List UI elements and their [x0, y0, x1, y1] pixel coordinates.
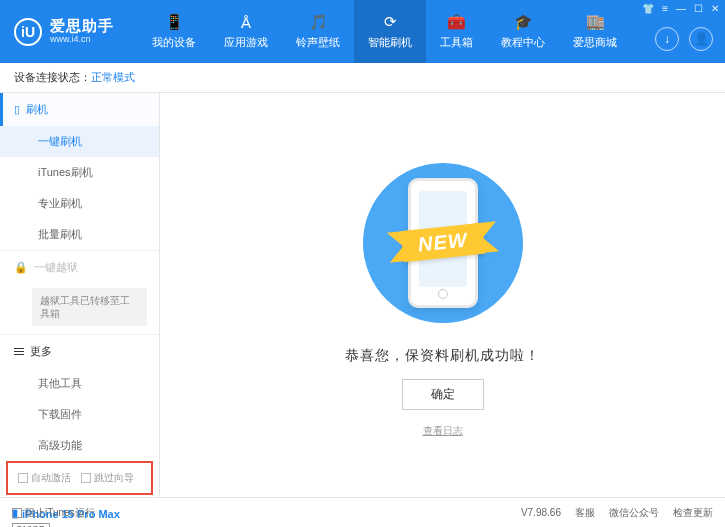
sidebar-item-batch-flash[interactable]: 批量刷机 [0, 219, 159, 250]
checkbox-label: 跳过向导 [94, 471, 134, 485]
checkbox-label: 阻止iTunes运行 [25, 506, 95, 520]
nav-store[interactable]: 🏬爱思商城 [559, 0, 631, 63]
nav-label: 爱思商城 [573, 35, 617, 50]
user-button[interactable]: 👤 [689, 27, 713, 51]
jailbreak-moved-note: 越狱工具已转移至工具箱 [32, 288, 147, 326]
sidebar-item-advanced[interactable]: 高级功能 [0, 430, 159, 461]
status-value: 正常模式 [91, 70, 135, 85]
flash-icon: ⟳ [381, 13, 399, 31]
sidebar-item-other-tools[interactable]: 其他工具 [0, 368, 159, 399]
app-url: www.i4.cn [50, 35, 114, 45]
main-content: NEW 恭喜您，保资料刷机成功啦！ 确定 查看日志 [160, 93, 725, 497]
nav-ringtones[interactable]: 🎵铃声壁纸 [282, 0, 354, 63]
window-controls: 👕 ≡ — ☐ ✕ [642, 3, 719, 14]
app-title: 爱思助手 [50, 18, 114, 35]
block-itunes-checkbox[interactable]: 阻止iTunes运行 [12, 506, 95, 520]
close-button[interactable]: ✕ [711, 3, 719, 14]
sidebar-section-more[interactable]: 更多 [0, 335, 159, 368]
logo: iU 爱思助手 www.i4.cn [0, 18, 128, 46]
nav-label: 工具箱 [440, 35, 473, 50]
sidebar-header-label: 刷机 [26, 102, 48, 117]
sidebar-header-label: 一键越狱 [34, 260, 78, 275]
phone-icon: ▯ [14, 103, 20, 116]
main-nav: 📱我的设备 Å应用游戏 🎵铃声壁纸 ⟳智能刷机 🧰工具箱 🎓教程中心 🏬爱思商城 [138, 0, 631, 63]
sidebar-item-itunes-flash[interactable]: iTunes刷机 [0, 157, 159, 188]
device-icon: 📱 [165, 13, 183, 31]
nav-label: 教程中心 [501, 35, 545, 50]
success-illustration: NEW [353, 153, 533, 333]
sidebar-section-jailbreak: 🔒 一键越狱 [0, 251, 159, 284]
menu-button[interactable]: ≡ [662, 3, 668, 14]
toolbox-icon: 🧰 [448, 13, 466, 31]
status-label: 设备连接状态： [14, 70, 91, 85]
maximize-button[interactable]: ☐ [694, 3, 703, 14]
sidebar-header-label: 更多 [30, 344, 52, 359]
sidebar-item-oneclick-flash[interactable]: 一键刷机 [0, 126, 159, 157]
logo-icon: iU [14, 18, 42, 46]
ok-button[interactable]: 确定 [402, 379, 484, 410]
nav-label: 铃声壁纸 [296, 35, 340, 50]
apps-icon: Å [237, 13, 255, 31]
checkbox-label: 自动激活 [31, 471, 71, 485]
ringtone-icon: 🎵 [309, 13, 327, 31]
download-button[interactable]: ↓ [655, 27, 679, 51]
check-update-link[interactable]: 检查更新 [673, 506, 713, 520]
auto-activate-checkbox[interactable]: 自动激活 [18, 471, 71, 485]
view-log-link[interactable]: 查看日志 [423, 424, 463, 438]
wechat-link[interactable]: 微信公众号 [609, 506, 659, 520]
header-actions: ↓ 👤 [655, 27, 713, 51]
nav-toolbox[interactable]: 🧰工具箱 [426, 0, 487, 63]
nav-tutorials[interactable]: 🎓教程中心 [487, 0, 559, 63]
store-icon: 🏬 [586, 13, 604, 31]
nav-smart-flash[interactable]: ⟳智能刷机 [354, 0, 426, 63]
nav-label: 应用游戏 [224, 35, 268, 50]
hamburger-icon [14, 348, 24, 355]
sidebar-item-download-firmware[interactable]: 下载固件 [0, 399, 159, 430]
nav-apps-games[interactable]: Å应用游戏 [210, 0, 282, 63]
version-label: V7.98.66 [521, 507, 561, 518]
lock-icon: 🔒 [14, 261, 28, 274]
skin-button[interactable]: 👕 [642, 3, 654, 14]
customer-service-link[interactable]: 客服 [575, 506, 595, 520]
device-storage: 512GB [12, 523, 50, 527]
app-header: iU 爱思助手 www.i4.cn 📱我的设备 Å应用游戏 🎵铃声壁纸 ⟳智能刷… [0, 0, 725, 63]
nav-label: 智能刷机 [368, 35, 412, 50]
success-message: 恭喜您，保资料刷机成功啦！ [345, 347, 540, 365]
sidebar: ▯ 刷机 一键刷机 iTunes刷机 专业刷机 批量刷机 🔒 一键越狱 越狱工具… [0, 93, 160, 497]
nav-label: 我的设备 [152, 35, 196, 50]
status-bar: 设备连接状态： 正常模式 [0, 63, 725, 93]
minimize-button[interactable]: — [676, 3, 686, 14]
sidebar-item-pro-flash[interactable]: 专业刷机 [0, 188, 159, 219]
tutorial-icon: 🎓 [514, 13, 532, 31]
options-row: 自动激活 跳过向导 [6, 461, 153, 495]
skip-guide-checkbox[interactable]: 跳过向导 [81, 471, 134, 485]
sidebar-section-flash[interactable]: ▯ 刷机 [0, 93, 159, 126]
nav-my-device[interactable]: 📱我的设备 [138, 0, 210, 63]
